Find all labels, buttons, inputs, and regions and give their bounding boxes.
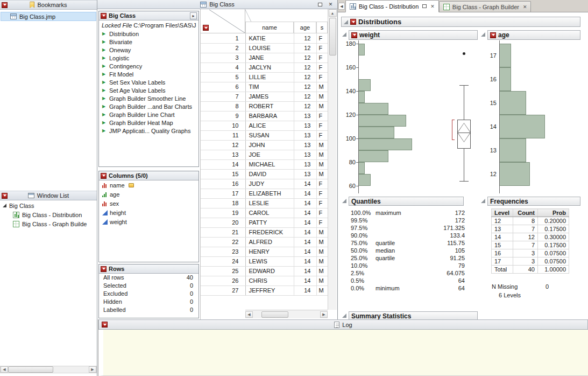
weight-plot-area[interactable] <box>358 40 444 193</box>
grid-cell[interactable]: 13 <box>294 150 316 159</box>
row-number-cell[interactable]: 19 <box>201 208 245 218</box>
grid-cell[interactable]: 14 <box>294 227 316 237</box>
grid-cell[interactable]: LOUISE <box>245 43 294 53</box>
grid-cell[interactable]: 12 <box>294 92 316 101</box>
age-histogram-bar[interactable] <box>500 138 526 162</box>
table-menu-button[interactable] <box>101 13 107 19</box>
weight-outline-header[interactable]: weight <box>349 30 478 40</box>
row-number-cell[interactable]: 18 <box>201 198 245 208</box>
tab-graph-builder[interactable]: Big Class - Graph Builder ✕ <box>439 1 532 12</box>
grid-cell[interactable]: SUSAN <box>245 130 294 140</box>
grid-cell[interactable]: 13 <box>294 130 316 140</box>
weight-histogram-bar[interactable] <box>359 162 365 174</box>
undock-tab-button[interactable] <box>422 4 427 8</box>
grid-cell[interactable]: JANE <box>245 53 294 62</box>
weight-histogram-bar[interactable] <box>359 79 371 91</box>
grid-cell[interactable]: F <box>316 62 328 72</box>
row-number-cell[interactable]: 8 <box>201 101 245 111</box>
grid-cell[interactable]: 12 <box>294 101 316 111</box>
script-item[interactable]: ▶JMP Applicati... Quality Graphs <box>99 127 199 135</box>
scroll-right-button[interactable]: ▶ <box>89 366 96 373</box>
disclosure-open-icon[interactable] <box>342 32 346 37</box>
row-number-cell[interactable]: 1 <box>201 33 245 43</box>
grid-cell[interactable]: 13 <box>294 159 316 169</box>
bookmarks-menu-button[interactable] <box>2 2 8 8</box>
grid-row[interactable]: 12JOHN13M <box>201 140 328 150</box>
row-number-cell[interactable]: 23 <box>201 247 245 256</box>
grid-cell[interactable]: 14 <box>294 189 316 198</box>
rows-menu-button[interactable] <box>101 266 107 272</box>
grid-row[interactable]: 2LOUISE12F <box>201 43 328 53</box>
grid-row[interactable]: 15DAVID13M <box>201 169 328 179</box>
row-number-cell[interactable]: 22 <box>201 237 245 247</box>
grid-cell[interactable]: CHRIS <box>245 276 294 286</box>
grid-cell[interactable]: FREDERICK <box>245 227 294 237</box>
grid-cell[interactable]: ROBERT <box>245 101 294 111</box>
grid-cell[interactable]: M <box>316 286 328 295</box>
script-item[interactable]: ▶Bivariate <box>99 38 199 46</box>
grid-cell[interactable]: F <box>316 179 328 189</box>
weight-histogram-bar[interactable] <box>359 44 365 55</box>
grid-cell[interactable]: DAVID <box>245 169 294 179</box>
script-item[interactable]: ▶Logistic <box>99 54 199 62</box>
grid-cell[interactable]: F <box>316 218 328 227</box>
grid-row[interactable]: 20PATTY14F <box>201 218 328 227</box>
grid-row[interactable]: 24LEWIS14M <box>201 256 328 266</box>
grid-cell[interactable]: BARBARA <box>245 111 294 121</box>
weight-histogram-bar[interactable] <box>359 127 394 138</box>
row-number-cell[interactable]: 27 <box>201 286 245 295</box>
grid-row[interactable]: 8ROBERT12M <box>201 101 328 111</box>
grid-cell[interactable]: 14 <box>294 179 316 189</box>
weight-histogram-bar[interactable] <box>359 150 388 162</box>
row-number-cell[interactable]: 26 <box>201 276 245 286</box>
scroll-up-button[interactable]: ▲ <box>329 9 337 17</box>
tab-close-button[interactable]: ✕ <box>430 4 435 9</box>
grid-cell[interactable]: M <box>316 266 328 276</box>
grid-row[interactable]: 11SUSAN13F <box>201 130 328 140</box>
row-stat[interactable]: Excluded0 <box>99 290 199 298</box>
window-list-group-big-class[interactable]: Big Class <box>0 201 97 210</box>
column-header-age[interactable]: age <box>294 22 316 33</box>
grid-row[interactable]: 19CAROL14F <box>201 208 328 218</box>
grid-cell[interactable]: JOHN <box>245 140 294 150</box>
grid-cell[interactable]: LESLIE <box>245 198 294 208</box>
window-list-menu-button[interactable] <box>2 193 8 199</box>
grid-cell[interactable]: 12 <box>294 72 316 82</box>
script-item[interactable]: ▶Set Sex Value Labels <box>99 78 199 86</box>
scrollbar-thumb[interactable] <box>261 311 288 318</box>
grid-cell[interactable]: M <box>316 82 328 92</box>
row-number-cell[interactable]: 5 <box>201 72 245 82</box>
row-number-cell[interactable]: 10 <box>201 121 245 130</box>
distributions-outline-header[interactable]: Distributions <box>341 17 580 27</box>
row-stat[interactable]: All rows40 <box>99 274 199 282</box>
row-number-header[interactable] <box>201 9 245 33</box>
row-number-cell[interactable]: 7 <box>201 92 245 101</box>
grid-cell[interactable]: 12 <box>294 53 316 62</box>
grid-cell[interactable]: JAMES <box>245 92 294 101</box>
grid-cell[interactable]: JUDY <box>245 179 294 189</box>
scrollbar-thumb[interactable] <box>8 366 53 373</box>
outlier-point[interactable] <box>463 52 465 55</box>
grid-row[interactable]: 22ALFRED14M <box>201 237 328 247</box>
grid-cell[interactable]: 14 <box>294 266 316 276</box>
window-list-item-graph-builder[interactable]: Big Class - Graph Builde <box>0 219 97 228</box>
grid-cell[interactable]: 13 <box>294 111 316 121</box>
row-number-cell[interactable]: 2 <box>201 43 245 53</box>
grid-cell[interactable]: M <box>316 159 328 169</box>
grid-row[interactable]: 5LILLIE12F <box>201 72 328 82</box>
weight-histogram-bar[interactable] <box>359 174 371 186</box>
grid-cell[interactable]: 14 <box>294 256 316 266</box>
grid-cell[interactable]: F <box>316 111 328 121</box>
weight-histogram-bar[interactable] <box>359 138 412 150</box>
dock-horizontal-scrollbar[interactable]: ◀ ▶ <box>0 366 97 373</box>
grid-cell[interactable]: 12 <box>294 33 316 43</box>
grid-row[interactable]: 6TIM12M <box>201 82 328 92</box>
weight-histogram-bar[interactable] <box>359 115 406 127</box>
grid-cell[interactable]: KATIE <box>245 33 294 43</box>
grid-cell[interactable]: JOE <box>245 150 294 159</box>
weight-axis[interactable]: 1801601401201008060 <box>344 40 358 193</box>
grid-cell[interactable]: PATTY <box>245 218 294 227</box>
summary-statistics-outline-header[interactable]: Summary Statistics <box>349 311 478 319</box>
grid-row[interactable]: 7JAMES12M <box>201 92 328 101</box>
script-item[interactable]: ▶Set Age Value Labels <box>99 86 199 94</box>
